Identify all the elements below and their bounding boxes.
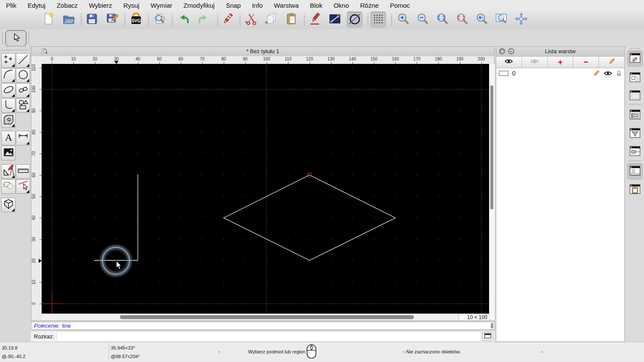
dock-clipboard-icon (629, 183, 641, 197)
print-preview-icon (153, 12, 166, 27)
draw-spline-button[interactable] (16, 83, 30, 98)
layer-row[interactable]: 0 (496, 68, 624, 78)
grid-toggle-button[interactable] (371, 12, 386, 27)
dock-toolbar-handle (630, 48, 640, 49)
layer-visible-icon[interactable] (604, 70, 612, 76)
redo-icon (197, 12, 210, 27)
drawing-canvas[interactable] (42, 64, 489, 314)
draw-circle-button[interactable] (16, 68, 30, 83)
zoom-window-button[interactable] (494, 12, 509, 27)
draw-ellipse-button[interactable] (1, 83, 15, 98)
remove-layer-icon: − (583, 58, 588, 66)
modify-tools-button[interactable] (1, 164, 15, 179)
show-all-layers-button[interactable] (496, 57, 522, 68)
horizontal-scrollbar[interactable]: 10 < 100 (42, 314, 489, 320)
edit-entities-button[interactable] (1, 179, 15, 194)
dock-entity-list-button[interactable] (627, 107, 643, 124)
circle-attributes-button[interactable] (347, 12, 362, 27)
copy-button[interactable] (264, 12, 279, 27)
menu-zmodyfikuj[interactable]: Zmodyfikuj (183, 2, 215, 9)
insert-image-button[interactable] (1, 146, 15, 160)
layer-lock-icon[interactable] (616, 70, 622, 77)
export-svg-button[interactable]: SVG (128, 12, 144, 27)
dock-filter-button[interactable] (627, 126, 643, 142)
dimension-button[interactable] (16, 131, 30, 145)
draw-hatch-button[interactable] (1, 113, 15, 128)
menu-warstwa[interactable]: Warstwa (274, 2, 299, 9)
status-bar: 30,19.8 @-90,-40.2 35.945<33° @98.57<204… (0, 342, 644, 362)
menu-edytuj[interactable]: Edytuj (27, 2, 46, 9)
zoom-previous-button[interactable] (454, 12, 470, 27)
delete-entity-button[interactable] (16, 179, 30, 194)
modify-layer-button[interactable] (599, 57, 624, 68)
menu-zobacz[interactable]: Zobacz (57, 2, 78, 9)
horizontal-scrollbar-thumb[interactable] (120, 315, 414, 319)
h-ruler-label: 70 (196, 57, 209, 61)
paste-button[interactable] (284, 12, 299, 27)
draw-points-button[interactable] (1, 53, 15, 68)
measure-ruler-button[interactable] (16, 164, 30, 179)
menu-rozne[interactable]: Różne (360, 2, 379, 9)
statusbar-separator (109, 344, 109, 361)
zoom-out-icon (416, 12, 429, 27)
undo-button[interactable] (176, 12, 191, 27)
add-layer-button[interactable]: + (548, 57, 574, 68)
measure-ruler-icon (17, 165, 29, 178)
selection-status: Nie zaznaczono obiektów. (406, 349, 461, 354)
zoom-out-button[interactable] (415, 12, 430, 27)
zoom-back-button[interactable] (474, 12, 489, 27)
print-preview-button[interactable] (152, 12, 167, 27)
menu-wybierz[interactable]: Wybierz (89, 2, 112, 9)
v-ruler-label: 90 (31, 105, 36, 117)
menu-snap[interactable]: Snap (226, 2, 241, 9)
menu-rysuj[interactable]: Rysuj (123, 2, 140, 9)
dock-device-button[interactable] (627, 144, 643, 160)
menu-plik[interactable]: Plik (6, 2, 16, 9)
hide-all-layers-button[interactable] (522, 57, 548, 68)
v-ruler-label: 110 (31, 62, 36, 74)
view-3d-button[interactable] (1, 198, 15, 212)
open-file-button[interactable] (61, 12, 76, 27)
draw-text-button[interactable]: A (1, 131, 15, 145)
select-pointer-button[interactable] (5, 30, 27, 47)
redo-button[interactable] (196, 12, 211, 27)
export-svg-icon: SVG (130, 12, 143, 27)
command-input[interactable] (57, 332, 481, 341)
vertical-scrollbar[interactable] (489, 64, 495, 320)
menu-wymiar[interactable]: Wymiar (151, 2, 173, 9)
zoom-in-button[interactable] (395, 12, 411, 27)
save-button[interactable] (84, 12, 100, 27)
new-document-button[interactable] (41, 12, 56, 27)
dock-command-line-button[interactable] (627, 163, 643, 180)
remove-layer-button[interactable]: − (573, 57, 599, 68)
dock-clipboard-button[interactable] (627, 182, 643, 198)
edit-pen-button[interactable] (307, 12, 323, 27)
h-ruler-label: 110 (282, 57, 295, 61)
menu-okno[interactable]: Okno (334, 2, 349, 9)
draw-polygon-button[interactable] (16, 98, 30, 113)
command-dock-button[interactable] (482, 332, 493, 341)
layer-edit-icon[interactable] (593, 70, 600, 77)
draw-polyline-button[interactable] (1, 98, 15, 113)
dock-library-button[interactable] (627, 88, 643, 104)
v-ruler-label: 70 (31, 148, 36, 160)
zoom-auto-button[interactable] (434, 12, 450, 27)
line-attributes-button[interactable] (327, 12, 343, 27)
show-all-layers-icon (504, 58, 513, 66)
delete-eraser-button[interactable] (220, 12, 235, 27)
draw-line-button[interactable] (16, 53, 30, 68)
menu-pomoc[interactable]: Pomoc (390, 2, 410, 9)
document-titlebar[interactable]: * Bez tytułu 1 (31, 47, 494, 57)
menu-info[interactable]: Info (252, 2, 263, 9)
draw-arc-button[interactable] (1, 68, 15, 83)
vertical-scrollbar-thumb[interactable] (490, 85, 493, 209)
dock-block-list-button[interactable] (627, 70, 643, 86)
save-as-button[interactable] (104, 12, 120, 27)
menu-blok[interactable]: Blok (310, 2, 322, 9)
submenu-triangle-icon (26, 64, 29, 67)
command-history-scrollbar[interactable] (491, 323, 493, 329)
zoom-pan-button[interactable] (513, 12, 529, 27)
cut-button[interactable] (243, 12, 259, 27)
submenu-triangle-icon (26, 190, 29, 193)
dock-layer-list-button[interactable] (627, 51, 643, 67)
